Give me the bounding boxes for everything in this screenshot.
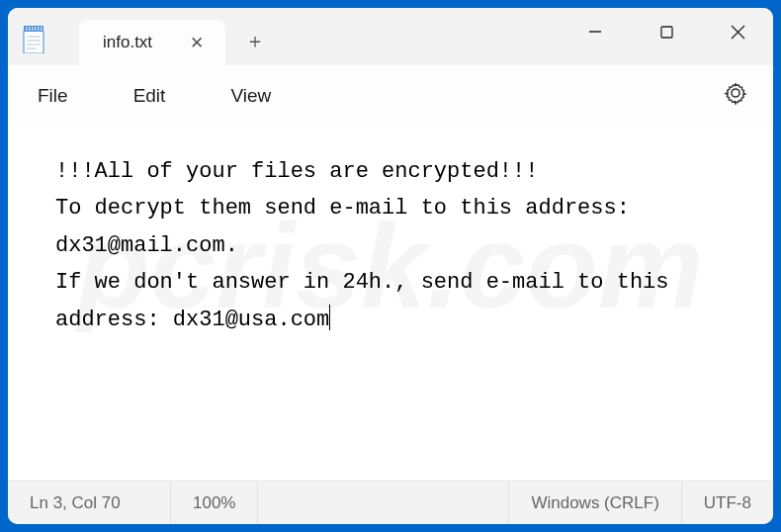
status-cursor-position[interactable]: Ln 3, Col 70 bbox=[8, 482, 171, 524]
status-encoding[interactable]: UTF-8 bbox=[682, 482, 773, 524]
text-content: !!!All of your files are encrypted!!! To… bbox=[55, 159, 682, 332]
svg-rect-4 bbox=[32, 27, 34, 31]
close-icon[interactable]: ✕ bbox=[182, 29, 212, 57]
close-icon bbox=[731, 25, 745, 40]
svg-rect-0 bbox=[24, 31, 43, 53]
tab-active[interactable]: info.txt ✕ bbox=[79, 20, 225, 65]
svg-rect-2 bbox=[26, 27, 28, 31]
svg-rect-5 bbox=[35, 27, 37, 31]
status-line-ending[interactable]: Windows (CRLF) bbox=[509, 482, 681, 524]
notepad-icon bbox=[21, 26, 46, 53]
editor-content: !!!All of your files are encrypted!!! To… bbox=[55, 153, 726, 338]
tab-title: info.txt bbox=[103, 33, 152, 52]
window-controls bbox=[560, 8, 773, 55]
maximize-button[interactable] bbox=[631, 8, 702, 55]
status-zoom[interactable]: 100% bbox=[171, 482, 258, 524]
menu-edit[interactable]: Edit bbox=[124, 79, 176, 113]
svg-rect-7 bbox=[41, 27, 43, 31]
svg-rect-3 bbox=[29, 27, 31, 31]
statusbar: Ln 3, Col 70 100% Windows (CRLF) UTF-8 bbox=[8, 481, 773, 524]
plus-icon: ＋ bbox=[245, 28, 265, 54]
minimize-icon bbox=[588, 25, 602, 39]
text-editor[interactable]: !!!All of your files are encrypted!!! To… bbox=[8, 126, 773, 481]
titlebar: info.txt ✕ ＋ bbox=[8, 8, 773, 65]
close-button[interactable] bbox=[702, 8, 773, 55]
settings-button[interactable] bbox=[718, 75, 753, 116]
menu-view[interactable]: View bbox=[220, 79, 281, 113]
menu-file[interactable]: File bbox=[28, 79, 78, 113]
minimize-button[interactable] bbox=[560, 8, 631, 55]
notepad-window: pcrisk.com info.txt ✕ bbox=[8, 8, 773, 524]
text-cursor bbox=[329, 305, 330, 330]
new-tab-button[interactable]: ＋ bbox=[225, 8, 273, 65]
menubar: File Edit View bbox=[8, 65, 773, 126]
svg-rect-13 bbox=[661, 27, 672, 38]
gear-icon bbox=[724, 81, 747, 105]
svg-rect-6 bbox=[38, 27, 40, 31]
app-icon bbox=[8, 8, 59, 53]
tabs-container: info.txt ✕ ＋ bbox=[79, 8, 273, 65]
status-spacer bbox=[258, 482, 509, 524]
maximize-icon bbox=[660, 26, 673, 39]
